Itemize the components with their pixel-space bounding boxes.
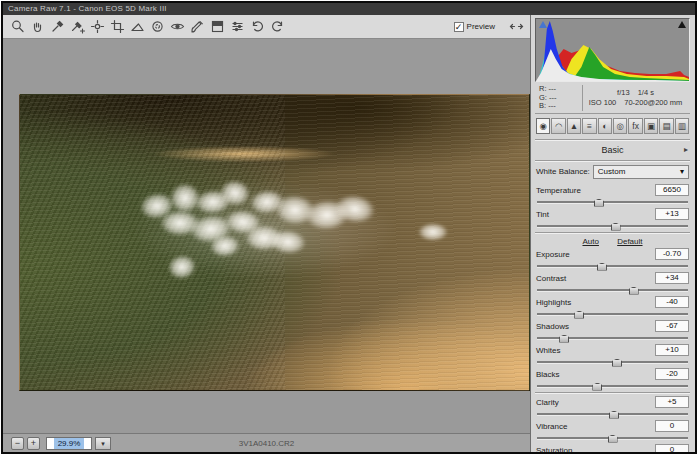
photo-preview[interactable] xyxy=(19,94,530,391)
slider-thumb[interactable] xyxy=(608,435,618,443)
slider-label: Clarity xyxy=(536,398,559,407)
red-eye-tool-icon[interactable] xyxy=(168,18,186,36)
tab-split-toning[interactable]: ◐ xyxy=(598,118,612,134)
slider-value-field[interactable]: -67 xyxy=(655,320,689,332)
slider-value-field[interactable]: 0 xyxy=(655,420,689,432)
slider-thumb[interactable] xyxy=(609,411,619,419)
zoom-level-value[interactable]: 29.9% xyxy=(54,438,85,449)
white-balance-tool-icon[interactable] xyxy=(48,18,66,36)
slider-thumb[interactable] xyxy=(594,199,604,207)
slider-row: Exposure -0.70 xyxy=(536,248,689,270)
color-sampler-tool-icon[interactable] xyxy=(68,18,86,36)
slider-value-field[interactable]: +34 xyxy=(655,272,689,284)
slider-value-field[interactable]: -0.70 xyxy=(655,248,689,260)
divider xyxy=(535,232,690,234)
slider-thumb[interactable] xyxy=(629,287,639,295)
status-bar: − + 29.9% ▾ 3V1A0410.CR2 xyxy=(3,433,530,452)
zoom-tool-icon[interactable] xyxy=(8,18,26,36)
slider-track[interactable] xyxy=(537,357,688,366)
hand-tool-icon[interactable] xyxy=(28,18,46,36)
tab-camera-calibration[interactable]: ▣ xyxy=(644,118,658,134)
tab-effects[interactable]: fx xyxy=(628,118,642,134)
slider-value-field[interactable]: +10 xyxy=(655,344,689,356)
slider-track[interactable] xyxy=(537,309,688,318)
tab-tone-curve[interactable]: ◠ xyxy=(551,118,565,134)
slider-thumb[interactable] xyxy=(574,311,584,319)
photo-bird xyxy=(333,192,377,225)
tab-hsl-grayscale[interactable]: ≡ xyxy=(582,118,596,134)
check-icon: ✓ xyxy=(455,22,463,32)
toggle-fullscreen-icon[interactable] xyxy=(507,18,525,36)
slider-thumb[interactable] xyxy=(612,359,622,367)
slider-value-field[interactable]: -20 xyxy=(655,368,689,380)
white-balance-row: White Balance: Custom ▾ xyxy=(536,165,689,179)
auto-link[interactable]: Auto xyxy=(582,237,598,246)
crop-tool-icon[interactable] xyxy=(108,18,126,36)
straighten-tool-icon[interactable] xyxy=(128,18,146,36)
slider-row: Shadows -67 xyxy=(536,320,689,342)
rotate-ccw-icon[interactable] xyxy=(248,18,266,36)
slider-track[interactable] xyxy=(537,197,688,206)
slider-label: Contrast xyxy=(536,274,566,283)
highlight-clipping-indicator[interactable] xyxy=(678,21,686,28)
slider-track[interactable] xyxy=(537,381,688,390)
slider-label: Whites xyxy=(536,346,560,355)
slider-value-field[interactable]: +13 xyxy=(655,208,689,220)
tab-detail[interactable]: ▲ xyxy=(567,118,581,134)
preview-toggle[interactable]: ✓ Preview xyxy=(454,22,495,32)
slider-track[interactable] xyxy=(537,333,688,342)
slider-thumb[interactable] xyxy=(597,263,607,271)
slider-track[interactable] xyxy=(537,409,688,418)
white-balance-select[interactable]: Custom ▾ xyxy=(593,165,689,179)
tab-lens-corrections[interactable]: ◎ xyxy=(613,118,627,134)
tab-snapshots[interactable]: ▥ xyxy=(675,118,689,134)
slider-row: Contrast +34 xyxy=(536,272,689,294)
shot-info: f/131/4 s ISO 10070-200@200 mm xyxy=(583,85,688,111)
zoom-level-field[interactable]: 29.9% xyxy=(46,437,92,450)
slider-row: Tint +13 xyxy=(536,208,689,230)
slider-label: Highlights xyxy=(536,298,571,307)
slider-value-field[interactable]: +5 xyxy=(655,396,689,408)
shadow-clipping-indicator[interactable] xyxy=(539,21,547,28)
spot-removal-tool-icon[interactable] xyxy=(148,18,166,36)
image-canvas[interactable] xyxy=(3,39,530,433)
graduated-filter-tool-icon[interactable] xyxy=(208,18,226,36)
tab-basic[interactable]: ◉ xyxy=(536,118,550,134)
slider-track[interactable] xyxy=(537,433,688,442)
adjustment-brush-tool-icon[interactable] xyxy=(188,18,206,36)
slider-track[interactable] xyxy=(537,285,688,294)
divider xyxy=(535,392,690,394)
slider-thumb[interactable] xyxy=(592,383,602,391)
window-title: Camera Raw 7.1 - Canon EOS 5D Mark III xyxy=(8,4,167,13)
slider-row: Whites +10 xyxy=(536,344,689,366)
zoom-in-button[interactable]: + xyxy=(27,437,40,450)
slider-thumb[interactable] xyxy=(611,223,621,231)
presence-sliders-group: Clarity +5 Vibrance 0 xyxy=(535,396,690,453)
panel-menu-icon[interactable]: ▸ xyxy=(684,145,688,154)
slider-track[interactable] xyxy=(537,221,688,230)
slider-value-field[interactable]: -40 xyxy=(655,296,689,308)
zoom-out-button[interactable]: − xyxy=(11,437,24,450)
tool-bar: ✓ Preview xyxy=(3,15,530,39)
targeted-adjustment-tool-icon[interactable] xyxy=(88,18,106,36)
adjustment-panel: R: --- G: --- B: --- f/131/4 s ISO 10070… xyxy=(531,15,694,452)
slider-track[interactable] xyxy=(537,261,688,270)
slider-value-field[interactable]: 6650 xyxy=(655,184,689,196)
preferences-icon[interactable] xyxy=(228,18,246,36)
title-bar: Camera Raw 7.1 - Canon EOS 5D Mark III xyxy=(3,3,695,15)
slider-thumb[interactable] xyxy=(559,335,569,343)
preview-checkbox[interactable]: ✓ xyxy=(454,22,464,32)
chevron-down-icon: ▾ xyxy=(101,440,105,447)
zoom-level-dropdown[interactable]: ▾ xyxy=(95,437,111,450)
slider-row: Vibrance 0 xyxy=(536,420,689,442)
slider-value-field[interactable]: 0 xyxy=(655,444,689,452)
rotate-cw-icon[interactable] xyxy=(268,18,286,36)
aperture-value: f/13 xyxy=(617,88,630,97)
photo-bird xyxy=(418,223,448,241)
slider-label: Temperature xyxy=(536,186,581,195)
photo-bird xyxy=(269,228,307,255)
wb-sliders-group: Temperature 6650 Tint +13 xyxy=(535,184,690,230)
slider-row: Blacks -20 xyxy=(536,368,689,390)
tab-presets[interactable]: ▤ xyxy=(659,118,673,134)
default-link[interactable]: Default xyxy=(617,237,642,246)
